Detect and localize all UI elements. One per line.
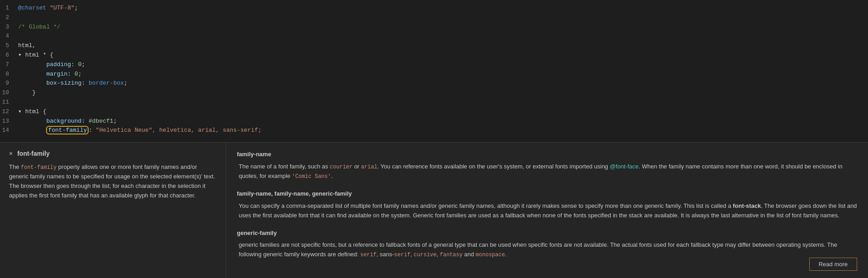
main-container: 1@charset "UTF-8";23/* Global */45html,6…: [0, 0, 868, 278]
code-line: 11: [0, 98, 868, 107]
code-token: html: [25, 52, 39, 58]
line-number: 1: [0, 4, 18, 13]
code-line: 7 padding: 0;: [0, 60, 868, 70]
doc-section-title: family-name, family-name, generic-family: [237, 189, 857, 199]
line-number: 11: [0, 98, 18, 107]
code-line: 9 box-sizing: border-box;: [0, 79, 868, 88]
code-token: {: [39, 108, 47, 115]
code-line: 13 background: #dbecf1;: [0, 117, 868, 126]
code-content: background: #dbecf1;: [18, 117, 861, 126]
highlighted-property: font-family: [46, 126, 89, 134]
code-token: ▾: [18, 108, 25, 115]
code-token: :: [71, 61, 78, 68]
code-line: 4: [0, 32, 868, 41]
code-line: 14 font-family: "Helvetica Neue", helvet…: [0, 126, 868, 135]
code-token: 0: [75, 71, 78, 77]
code-token: }: [18, 89, 36, 96]
code-token: :: [81, 80, 89, 86]
code-token: ▾: [18, 52, 25, 58]
doc-section: family-nameThe name of a font family, su…: [237, 150, 857, 181]
code-token: box-sizing: [18, 80, 81, 86]
code-token: :: [81, 118, 89, 125]
code-content: padding: 0;: [18, 60, 861, 70]
code-line: 6▾ html * {: [0, 51, 868, 60]
code-token: margin: [18, 71, 67, 77]
code-content: ▾ html {: [18, 107, 861, 117]
code-token: html: [25, 108, 39, 115]
doc-section: generic-familygeneric families are not s…: [237, 229, 857, 260]
code-token: ;: [75, 5, 78, 11]
code-content: margin: 0;: [18, 70, 861, 79]
line-number: 9: [0, 79, 18, 88]
tooltip-panel: × font-family The font-family property a…: [0, 142, 868, 278]
code-content: @charset "UTF-8";: [18, 4, 861, 13]
code-content: html,: [18, 41, 861, 51]
code-token: :: [67, 71, 75, 77]
doc-section-title: family-name: [237, 150, 857, 159]
code-line: 8 margin: 0;: [0, 70, 868, 79]
line-number: 14: [0, 126, 18, 135]
code-token: html,: [18, 42, 36, 49]
code-line: 3/* Global */: [0, 23, 868, 32]
line-number: 6: [0, 51, 18, 60]
tooltip-body: The font-family property allows one or m…: [9, 163, 217, 201]
code-token: ;: [81, 61, 85, 68]
line-number: 7: [0, 60, 18, 70]
code-token: padding: [18, 61, 71, 68]
line-number: 4: [0, 32, 18, 41]
tooltip-header: × font-family: [9, 150, 217, 157]
code-token: @charset: [18, 5, 50, 11]
code-token: "UTF-8": [50, 5, 75, 11]
code-content: ▾ html * {: [18, 51, 861, 60]
code-token: #dbecf1: [89, 118, 113, 125]
line-number: 2: [0, 13, 18, 23]
doc-section-title: generic-family: [237, 229, 857, 238]
tooltip-right: family-nameThe name of a font family, su…: [226, 143, 868, 278]
doc-section-body: generic families are not specific fonts,…: [237, 240, 857, 259]
code-content: /* Global */: [18, 23, 861, 32]
code-token: background: [18, 118, 81, 125]
code-token: ;: [78, 71, 82, 77]
tooltip-title: font-family: [17, 150, 50, 157]
line-number: 12: [0, 107, 18, 117]
doc-section-body: The name of a font family, such as couri…: [237, 162, 857, 181]
code-token: * {: [39, 52, 53, 58]
tooltip-left: × font-family The font-family property a…: [0, 143, 226, 278]
code-token: ;: [113, 118, 117, 125]
doc-section: family-name, family-name, generic-family…: [237, 189, 857, 220]
read-more-area: Read more: [809, 258, 857, 271]
doc-section-body: You can specify a comma-separated list o…: [237, 201, 857, 220]
code-line: 10 }: [0, 88, 868, 98]
read-more-button[interactable]: Read more: [809, 258, 857, 271]
code-token: /* Global */: [18, 24, 61, 30]
code-line: 2: [0, 13, 868, 23]
code-line: 1@charset "UTF-8";: [0, 4, 868, 13]
code-token: ;: [124, 80, 127, 86]
code-content: box-sizing: border-box;: [18, 79, 861, 88]
code-content: }: [18, 88, 861, 98]
line-number: 5: [0, 41, 18, 51]
code-content: font-family: "Helvetica Neue", helvetica…: [18, 126, 861, 135]
code-token: border-box: [89, 80, 124, 86]
code-line: 5html,: [0, 41, 868, 51]
line-number: 8: [0, 70, 18, 79]
code-editor: 1@charset "UTF-8";23/* Global */45html,6…: [0, 0, 868, 142]
line-number: 10: [0, 88, 18, 98]
line-number: 13: [0, 117, 18, 126]
font-face-link[interactable]: @font-face: [610, 163, 639, 170]
line-number: 3: [0, 23, 18, 32]
code-line: 12▾ html {: [0, 107, 868, 117]
close-button[interactable]: ×: [9, 150, 13, 157]
